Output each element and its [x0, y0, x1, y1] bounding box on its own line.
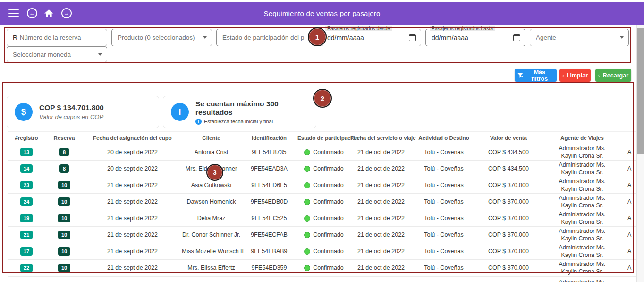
agente-select[interactable]: Agente — [530, 29, 629, 46]
calendar-icon[interactable] — [513, 34, 520, 41]
registro-badge: 19 — [20, 214, 33, 222]
column-header: Fecha del servicio o viaje — [350, 135, 412, 141]
moneda-select[interactable]: Seleccionar moneda — [7, 46, 107, 62]
identificacion-cell: 9FE54E8735 — [241, 149, 297, 155]
moneda-label: Seleccionar moneda — [13, 51, 95, 58]
valor-cell: COP $ 434.500 — [476, 149, 541, 155]
fecha-cupo-cell: 21 de sept de 2022 — [83, 265, 182, 271]
clipped-next-column-cell: A — [623, 248, 636, 255]
refresh-icon — [598, 73, 601, 78]
cupos-summary-card: $ COP $ 134.701.800 Valor de cupos en CO… — [7, 96, 159, 128]
vertical-scrollbar[interactable] — [636, 25, 644, 282]
reserva-badge: 10 — [58, 214, 70, 222]
table-row[interactable]: 13 8 20 de sept de 2022 Antonia Crist 9F… — [8, 144, 636, 161]
valor-cell: COP $ 434.500 — [476, 165, 541, 172]
annotation-marker-1: 1 — [308, 27, 327, 46]
confirmed-status-icon — [304, 232, 310, 238]
info-icon: i — [195, 119, 202, 125]
resultados-hint: Establezca fecha inicial y final — [204, 119, 273, 124]
cliente-cell: Delia Mraz — [182, 215, 241, 222]
annotation-marker-2: 2 — [313, 89, 332, 108]
column-header: Valor de venta — [476, 135, 541, 141]
destino-cell: Tolú - Coveñas — [412, 182, 476, 188]
clipped-next-column-cell: A — [623, 215, 636, 222]
destino-cell: Tolú - Coveñas — [412, 231, 476, 238]
table-row[interactable]: 17 10 21 de sept de 2022 Miss Mozelle Wu… — [8, 243, 636, 260]
recargar-button[interactable]: Recargar — [595, 69, 631, 82]
estado-cell: Confirmado — [297, 231, 350, 238]
clipped-next-column-cell: A — [623, 231, 636, 238]
producto-label: Producto (0 seleccionados) — [118, 34, 200, 41]
cliente-cell: Dawson Homenick — [182, 198, 241, 205]
table-row[interactable]: 24 10 21 de sept de 2022 Dawson Homenick… — [8, 194, 636, 210]
destino-cell: Tolú - Coveñas — [412, 265, 476, 271]
reserva-badge: 8 — [59, 148, 69, 156]
reserva-badge: 10 — [58, 247, 70, 256]
cupos-value: COP $ 134.701.800 — [39, 103, 104, 112]
filter-plus-icon — [517, 73, 523, 78]
fecha-viaje-cell: 21 de oct de 2022 — [350, 149, 412, 155]
table-header-row: #registroReservaFecha del asignación del… — [8, 131, 636, 144]
fecha-cupo-cell: 21 de sept de 2022 — [83, 215, 182, 222]
table-row-partial: Administrador Ms. — [8, 276, 636, 282]
chevron-down-icon — [620, 36, 624, 39]
column-header: Actividad o Destino — [412, 135, 476, 141]
confirmed-status-icon — [304, 199, 310, 205]
estado-cell: Confirmado — [297, 265, 350, 271]
app-bar: ← → Seguimiento de ventas por pasajero — [0, 2, 644, 25]
identificacion-cell: 9FE54EDB0D — [241, 198, 297, 205]
limpiar-button[interactable]: Limpiar — [559, 69, 591, 82]
clipped-next-column-cell: A — [623, 265, 636, 271]
mas-filtros-button[interactable]: Más filtros — [515, 69, 557, 82]
column-header: Identificación — [241, 135, 297, 141]
fecha-cupo-cell: 21 de sept de 2022 — [83, 231, 182, 238]
cliente-cell: Antonia Crist — [182, 149, 241, 155]
limpiar-label: Limpiar — [567, 72, 588, 79]
valor-cell: COP $ 370.000 — [476, 215, 541, 222]
registro-badge: 22 — [20, 264, 33, 272]
cupos-label: Valor de cupos en COP — [39, 113, 104, 120]
reserva-badge: 10 — [58, 264, 70, 272]
results-table: #registroReservaFecha del asignación del… — [8, 131, 636, 282]
column-header: Cliente — [182, 135, 241, 141]
table-row[interactable]: 21 10 21 de sept de 2022 Dr. Conor Schin… — [8, 227, 636, 243]
fecha-hasta-input[interactable]: Pasajeros registrados hasta dd/mm/aaaa — [425, 29, 525, 46]
fecha-desde-label: Pasajeros registrados desde — [325, 26, 392, 31]
reserva-badge: 8 — [59, 164, 69, 173]
confirmed-status-icon — [304, 182, 310, 188]
calendar-icon[interactable] — [409, 34, 416, 41]
agente-cell: Administrador Ms. Kaylin Crona Sr. — [541, 260, 623, 275]
cliente-cell: Mrs. Elissa Effertz — [182, 265, 241, 271]
table-row[interactable]: 23 10 21 de sept de 2022 Asia Gutkowski … — [8, 177, 636, 194]
scrollbar-thumb[interactable] — [637, 28, 644, 154]
identificacion-cell: 9FE54ED359 — [241, 265, 297, 271]
fecha-hasta-value: dd/mm/aaaa — [432, 34, 513, 42]
fecha-desde-input[interactable]: Pasajeros registrados desde dd/mm/aaaa — [321, 29, 421, 46]
fecha-viaje-cell: 21 de oct de 2022 — [350, 165, 412, 172]
table-row[interactable]: 14 8 20 de sept de 2022 Mrs. Elda O'Conn… — [8, 161, 636, 177]
dollar-icon: $ — [15, 103, 33, 121]
destino-cell: Tolú - Coveñas — [412, 198, 476, 205]
reserva-badge: 10 — [58, 197, 70, 206]
identificacion-cell: 9FE54EAD3A — [241, 165, 297, 172]
table-row[interactable]: 19 10 21 de sept de 2022 Delia Mraz 9FE5… — [8, 210, 636, 227]
table-row[interactable]: 22 10 21 de sept de 2022 Mrs. Elissa Eff… — [8, 260, 636, 276]
estado-participacion-select[interactable]: Estado de participación del p... — [216, 29, 317, 46]
identificacion-cell: 9FE54ED6F5 — [241, 182, 297, 188]
registro-badge: 17 — [20, 247, 33, 256]
identificacion-cell: 9FE54ECFAB — [241, 231, 297, 238]
estado-cell: Confirmado — [297, 248, 350, 255]
confirmed-status-icon — [304, 166, 310, 172]
info-icon: i — [171, 103, 189, 121]
destino-cell: Tolú - Coveñas — [412, 215, 476, 222]
estado-cell: Confirmado — [297, 165, 350, 172]
clear-recycle-icon — [562, 73, 564, 78]
clipped-next-column-cell: A — [623, 165, 636, 172]
identificacion-cell: 9FE54EBAB9 — [241, 248, 297, 255]
producto-select[interactable]: Producto (0 seleccionados) — [111, 29, 212, 46]
estado-cell: Confirmado — [297, 182, 350, 188]
agente-cell: Administrador Ms. Kaylin Crona Sr. — [541, 194, 623, 209]
reserva-prefix: R — [13, 34, 17, 41]
agente-cell: Administrador Ms. Kaylin Crona Sr. — [541, 145, 623, 160]
reserva-number-input[interactable]: R Número de la reserva — [7, 29, 107, 46]
